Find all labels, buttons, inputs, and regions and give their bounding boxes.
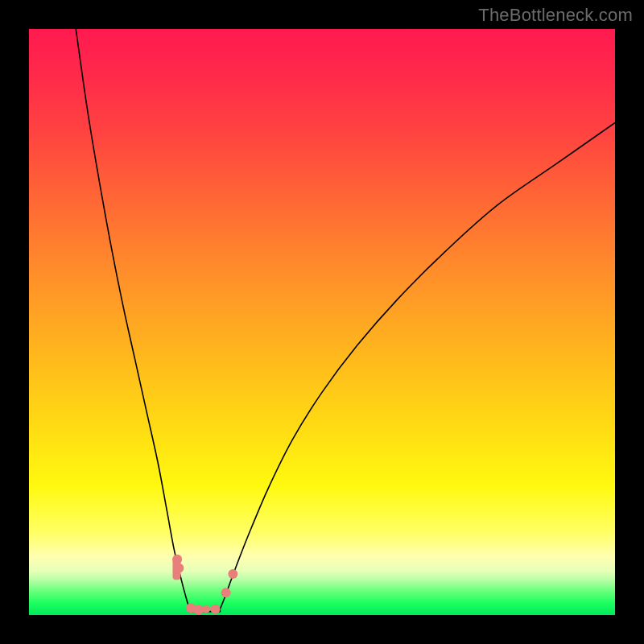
marker-dot <box>228 569 237 579</box>
plot-area <box>29 29 615 615</box>
marker-dot <box>194 605 204 614</box>
marker-dot <box>186 603 196 613</box>
bottleneck-curve <box>76 29 615 612</box>
watermark-text: TheBottleneck.com <box>478 5 633 26</box>
outer-frame: TheBottleneck.com <box>0 0 644 644</box>
chart-svg <box>29 29 615 615</box>
marker-dot <box>174 564 184 573</box>
marker-dot <box>221 588 231 597</box>
marker-dot <box>211 605 221 614</box>
marker-dot <box>172 555 182 564</box>
